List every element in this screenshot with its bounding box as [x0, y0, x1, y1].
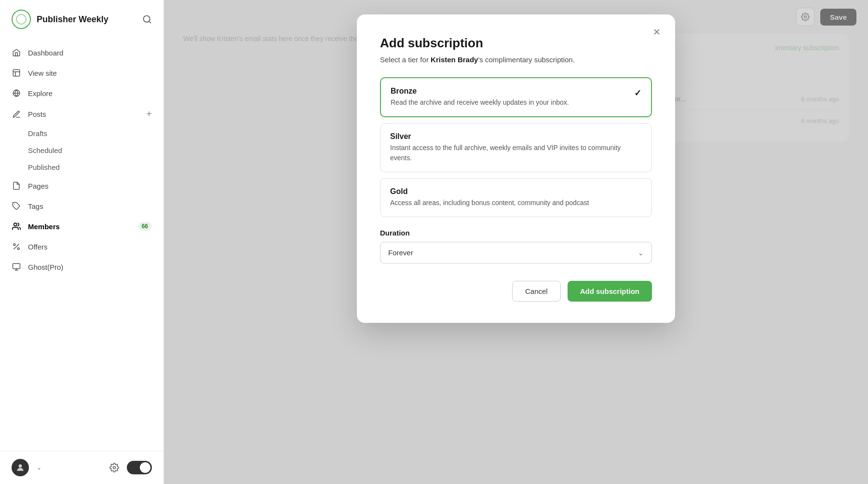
tier-options-container: Bronze Read the archive and receive week…: [380, 77, 652, 217]
add-subscription-modal: Add subscription Select a tier for Krist…: [357, 14, 675, 323]
posts-add-icon[interactable]: +: [146, 109, 152, 120]
svg-point-16: [113, 467, 116, 469]
tier-option-bronze[interactable]: Bronze Read the archive and receive week…: [380, 77, 652, 117]
modal-subtitle-suffix: 's complimentary subscription.: [478, 55, 574, 64]
sidebar-item-view-site-label: View site: [28, 69, 57, 77]
modal-wrapper: Add subscription Select a tier for Krist…: [164, 0, 868, 484]
sidebar-item-drafts[interactable]: Drafts: [28, 125, 163, 142]
tier-bronze-desc: Read the archive and receive weekly upda…: [391, 97, 569, 108]
tier-bronze-name: Bronze: [391, 87, 569, 96]
monitor-icon: [12, 262, 21, 272]
sidebar-item-ghost-pro-label: Ghost(Pro): [28, 263, 63, 271]
tier-option-silver[interactable]: Silver Instant access to the full archiv…: [380, 123, 652, 172]
users-icon: [12, 221, 21, 231]
tier-option-gold[interactable]: Gold Access all areas, including bonus c…: [380, 178, 652, 217]
sidebar-item-tags-label: Tags: [28, 202, 43, 210]
main-content: Save We'll show Kristen's email stats he…: [164, 0, 868, 484]
user-menu-chevron-icon[interactable]: ⌄: [37, 464, 41, 471]
sidebar-item-pages[interactable]: Pages: [0, 176, 163, 196]
tier-bronze-content: Bronze Read the archive and receive week…: [391, 87, 569, 108]
cancel-button[interactable]: Cancel: [512, 281, 561, 302]
modal-subtitle: Select a tier for Kristen Brady's compli…: [380, 55, 652, 64]
sidebar-item-offers-label: Offers: [28, 243, 48, 251]
percent-icon: [12, 242, 21, 251]
edit-icon: [12, 110, 21, 119]
sidebar-item-dashboard-label: Dashboard: [28, 49, 63, 57]
sidebar-item-members[interactable]: Members 66: [0, 216, 163, 236]
tier-silver-content: Silver Instant access to the full archiv…: [390, 132, 642, 163]
tier-silver-name: Silver: [390, 132, 642, 141]
sidebar-item-dashboard[interactable]: Dashboard: [0, 42, 163, 63]
sidebar-item-explore-label: Explore: [28, 89, 53, 97]
posts-sub-nav: Drafts Scheduled Published: [0, 125, 163, 176]
file-icon: [12, 181, 21, 191]
sidebar-item-posts[interactable]: Posts +: [0, 103, 163, 125]
duration-chevron-icon: ⌄: [638, 249, 644, 257]
tier-bronze-check-icon: ✓: [634, 88, 641, 98]
toggle-knob: [140, 462, 150, 473]
modal-member-name: Kristen Brady: [431, 55, 478, 64]
svg-point-8: [14, 223, 17, 226]
modal-footer: Cancel Add subscription: [380, 281, 652, 302]
tier-gold-desc: Access all areas, including bonus conten…: [390, 198, 589, 208]
tag-icon: [12, 201, 21, 211]
sidebar-nav: Dashboard View site Explore: [0, 39, 163, 451]
duration-select[interactable]: Forever ⌄: [380, 242, 652, 263]
sidebar-item-scheduled[interactable]: Scheduled: [28, 142, 163, 159]
tier-silver-desc: Instant access to the full archive, week…: [390, 143, 642, 163]
svg-point-11: [17, 248, 19, 249]
members-badge: 66: [138, 222, 152, 231]
svg-rect-12: [13, 263, 20, 269]
sidebar-item-ghost-pro[interactable]: Ghost(Pro): [0, 257, 163, 277]
user-avatar[interactable]: [12, 459, 29, 476]
sidebar-item-view-site[interactable]: View site: [0, 63, 163, 83]
sidebar-header: Publisher Weekly: [0, 0, 163, 39]
sidebar-item-published[interactable]: Published: [28, 159, 163, 176]
tier-gold-name: Gold: [390, 187, 589, 196]
layout-icon: [12, 68, 21, 78]
globe-icon: [12, 88, 21, 98]
svg-point-10: [14, 244, 15, 246]
svg-point-15: [19, 464, 22, 468]
sidebar-item-posts-label: Posts: [28, 110, 46, 118]
tier-gold-content: Gold Access all areas, including bonus c…: [390, 187, 589, 208]
modal-title: Add subscription: [380, 36, 652, 51]
sidebar-item-members-label: Members: [28, 222, 60, 231]
duration-label: Duration: [380, 229, 652, 237]
sidebar-item-tags[interactable]: Tags: [0, 196, 163, 216]
svg-line-9: [14, 244, 19, 249]
duration-value: Forever: [388, 249, 413, 257]
home-icon: [12, 48, 21, 57]
add-subscription-button[interactable]: Add subscription: [568, 281, 652, 302]
modal-subtitle-prefix: Select a tier for: [380, 55, 431, 64]
sidebar-item-pages-label: Pages: [28, 182, 49, 190]
svg-line-1: [149, 21, 151, 23]
search-icon[interactable]: [142, 14, 152, 24]
sidebar-item-explore[interactable]: Explore: [0, 83, 163, 103]
theme-toggle[interactable]: [127, 461, 152, 474]
modal-close-button[interactable]: [649, 24, 665, 40]
svg-rect-2: [13, 69, 20, 76]
sidebar-item-offers[interactable]: Offers: [0, 236, 163, 257]
sidebar: Publisher Weekly Dashboard View site: [0, 0, 164, 484]
sidebar-footer: ⌄: [0, 451, 163, 484]
settings-icon[interactable]: [109, 463, 119, 472]
app-title: Publisher Weekly: [37, 14, 108, 25]
app-logo: [12, 10, 31, 29]
